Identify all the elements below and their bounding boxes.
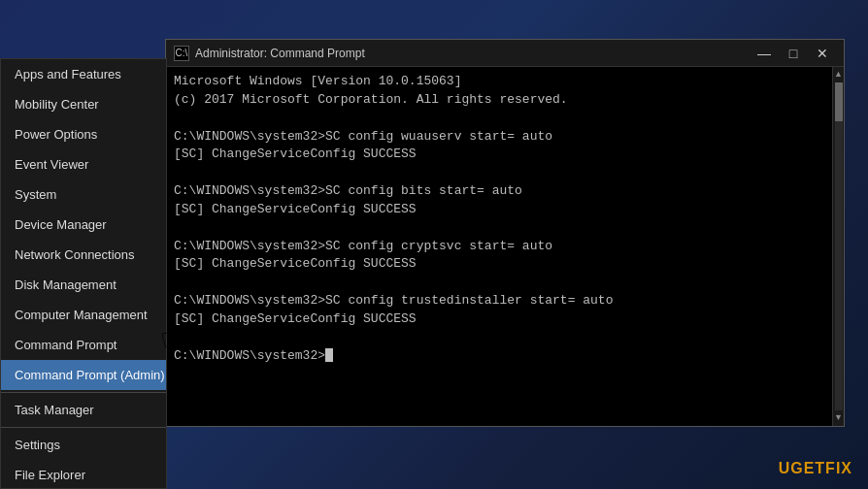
watermark-highlight: ET bbox=[804, 460, 825, 476]
cmd-line-cmd2: C:\WINDOWS\system32>SC config bits start… bbox=[174, 182, 824, 201]
close-button[interactable]: ✕ bbox=[809, 43, 836, 64]
menu-item-disk-management[interactable]: Disk Management bbox=[1, 270, 166, 300]
cmd-icon: C:\ bbox=[174, 46, 189, 61]
cmd-blank-2 bbox=[174, 164, 824, 182]
cmd-line-result2: [SC] ChangeServiceConfig SUCCESS bbox=[174, 201, 824, 219]
cmd-cursor bbox=[325, 348, 333, 362]
cmd-line-result1: [SC] ChangeServiceConfig SUCCESS bbox=[174, 146, 824, 164]
menu-item-power-options[interactable]: Power Options bbox=[1, 119, 166, 149]
window-controls: — □ ✕ bbox=[751, 43, 836, 64]
watermark: UGETFIX bbox=[779, 460, 852, 477]
watermark-suffix: FIX bbox=[825, 460, 852, 476]
menu-divider bbox=[1, 392, 166, 393]
context-menu: Apps and Features Mobility Center Power … bbox=[0, 58, 167, 489]
scroll-track[interactable] bbox=[835, 82, 843, 410]
desktop: Apps and Features Mobility Center Power … bbox=[0, 0, 868, 489]
cmd-line-cmd4: C:\WINDOWS\system32>SC config trustedins… bbox=[174, 292, 824, 310]
menu-item-task-manager[interactable]: Task Manager bbox=[1, 395, 166, 425]
cmd-prompt-text: C:\WINDOWS\system32> bbox=[174, 348, 325, 363]
watermark-prefix: UG bbox=[779, 460, 804, 476]
cmd-icon-label: C:\ bbox=[176, 48, 188, 58]
scroll-thumb[interactable] bbox=[835, 82, 843, 121]
cmd-blank-3 bbox=[174, 219, 824, 238]
cmd-line-cmd1: C:\WINDOWS\system32>SC config wuauserv s… bbox=[174, 128, 824, 147]
cmd-line-1: Microsoft Windows [Version 10.0.15063] bbox=[174, 73, 824, 91]
menu-item-computer-management[interactable]: Computer Management bbox=[1, 300, 166, 330]
menu-item-file-explorer[interactable]: File Explorer bbox=[1, 460, 166, 489]
menu-item-apps-features[interactable]: Apps and Features bbox=[1, 59, 166, 89]
menu-item-network-connections[interactable]: Network Connections bbox=[1, 240, 166, 270]
cmd-prompt-line: C:\WINDOWS\system32> bbox=[174, 347, 824, 366]
cmd-blank-1 bbox=[174, 110, 824, 128]
scroll-up-arrow[interactable]: ▲ bbox=[834, 69, 844, 81]
cmd-content-area: Microsoft Windows [Version 10.0.15063] (… bbox=[166, 67, 844, 426]
menu-divider-2 bbox=[1, 427, 166, 428]
cmd-window: C:\ Administrator: Command Prompt — □ ✕ … bbox=[165, 39, 845, 427]
cmd-scrollbar[interactable]: ▲ ▼ bbox=[832, 67, 844, 426]
cmd-body[interactable]: Microsoft Windows [Version 10.0.15063] (… bbox=[166, 67, 832, 426]
menu-item-event-viewer[interactable]: Event Viewer bbox=[1, 149, 166, 179]
menu-item-device-manager[interactable]: Device Manager bbox=[1, 210, 166, 240]
menu-item-command-prompt-admin[interactable]: Command Prompt (Admin) bbox=[1, 360, 166, 390]
cmd-line-result4: [SC] ChangeServiceConfig SUCCESS bbox=[174, 310, 824, 329]
menu-item-mobility-center[interactable]: Mobility Center bbox=[1, 89, 166, 119]
cmd-line-2: (c) 2017 Microsoft Corporation. All righ… bbox=[174, 91, 824, 110]
cmd-title: Administrator: Command Prompt bbox=[195, 47, 751, 60]
cmd-titlebar: C:\ Administrator: Command Prompt — □ ✕ bbox=[166, 40, 844, 67]
minimize-button[interactable]: — bbox=[751, 43, 778, 64]
cmd-line-cmd3: C:\WINDOWS\system32>SC config cryptsvc s… bbox=[174, 238, 824, 256]
menu-item-command-prompt[interactable]: Command Prompt bbox=[1, 330, 166, 360]
cmd-blank-4 bbox=[174, 274, 824, 292]
menu-item-system[interactable]: System bbox=[1, 179, 166, 210]
maximize-button[interactable]: □ bbox=[780, 43, 807, 64]
scroll-down-arrow[interactable]: ▼ bbox=[834, 412, 844, 424]
cmd-blank-5 bbox=[174, 329, 824, 347]
menu-item-settings[interactable]: Settings bbox=[1, 430, 166, 460]
cmd-line-result3: [SC] ChangeServiceConfig SUCCESS bbox=[174, 255, 824, 274]
